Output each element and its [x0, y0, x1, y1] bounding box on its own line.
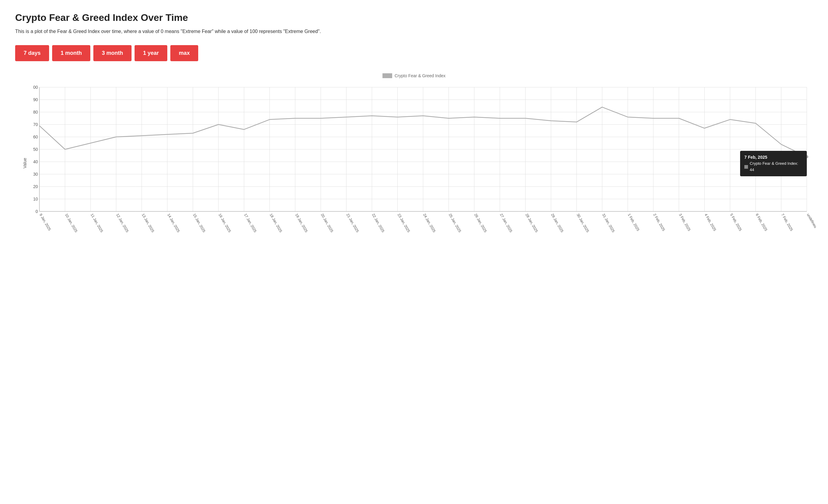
y-axis-label: Value [23, 158, 27, 169]
btn-max[interactable]: max [170, 45, 198, 61]
btn-3month[interactable]: 3 month [93, 45, 131, 61]
chart-legend: Crypto Fear & Greed Index [15, 73, 813, 78]
page-subtitle: This is a plot of the Fear & Greed Index… [15, 29, 813, 34]
chart-area: Value 7 Feb, 2025 Crypto Fear & Greed In… [33, 81, 807, 251]
legend-color-box [382, 73, 392, 78]
page-title: Crypto Fear & Greed Index Over Time [15, 12, 813, 23]
main-chart-canvas[interactable] [33, 81, 816, 251]
btn-1month[interactable]: 1 month [52, 45, 90, 61]
btn-7days[interactable]: 7 days [15, 45, 49, 61]
time-range-buttons: 7 days 1 month 3 month 1 year max [15, 45, 813, 61]
btn-1year[interactable]: 1 year [134, 45, 167, 61]
legend-label: Crypto Fear & Greed Index [395, 73, 446, 78]
chart-container: Crypto Fear & Greed Index Value 7 Feb, 2… [15, 73, 813, 251]
